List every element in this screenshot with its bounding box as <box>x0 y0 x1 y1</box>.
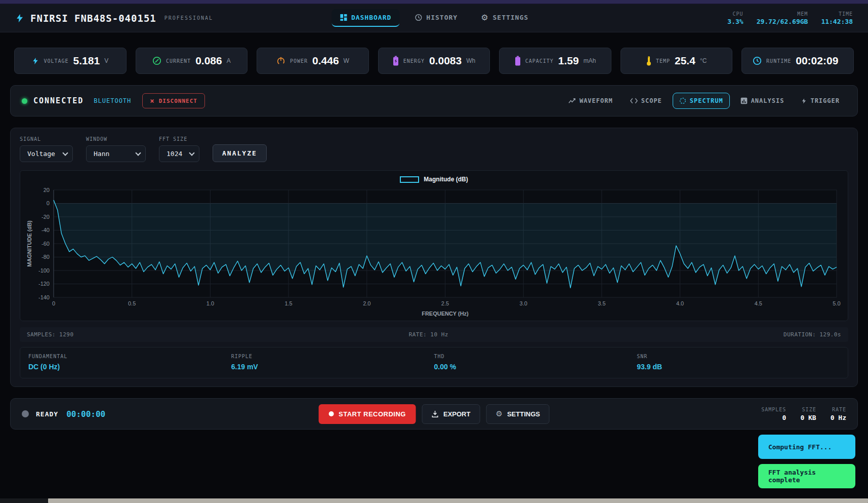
power-unit: W <box>344 57 349 64</box>
window-select[interactable]: Hann <box>86 145 146 162</box>
legend-swatch <box>400 176 419 183</box>
toast-stack: Computing FFT... FFT analysis complete <box>758 435 855 488</box>
svg-text:2.0: 2.0 <box>363 300 370 306</box>
rec-size-value: 0 KB <box>800 414 816 421</box>
bolt-icon <box>32 56 39 66</box>
capture-duration: DURATION: 129.0s <box>783 331 841 338</box>
start-recording-button[interactable]: START RECORDING <box>318 404 416 424</box>
svg-text:-100: -100 <box>38 267 50 274</box>
svg-text:-140: -140 <box>38 294 50 300</box>
spectrum-icon <box>679 97 686 104</box>
system-stats: CPU 3.3% MEM 29.72/62.69GB TIME 11:42:38 <box>727 11 853 25</box>
window-top-strip <box>0 0 868 4</box>
rec-size-label: SIZE <box>800 407 816 412</box>
toast-computing-fft[interactable]: Computing FFT... <box>758 435 855 459</box>
horizontal-scrollbar-thumb[interactable] <box>48 498 868 503</box>
svg-text:0: 0 <box>47 200 50 206</box>
thermometer-icon <box>646 56 651 66</box>
start-recording-label: START RECORDING <box>339 410 406 418</box>
runtime-card: RUNTIME 00:02:09 <box>741 48 854 74</box>
tab-trigger-label: TRIGGER <box>810 97 840 104</box>
tab-waveform[interactable]: WAVEFORM <box>562 93 619 109</box>
recorder-settings-button[interactable]: ⚙ SETTINGS <box>486 404 549 424</box>
clock-icon <box>753 56 762 65</box>
svg-text:4.5: 4.5 <box>755 300 762 306</box>
bar-chart-icon <box>740 97 748 104</box>
energy-value: 0.0083 <box>429 55 462 67</box>
cpu-value: 3.3% <box>727 18 743 25</box>
fft-size-control: FFT SIZE 1024 <box>159 136 199 162</box>
cpu-label: CPU <box>727 11 743 17</box>
svg-text:-80: -80 <box>42 254 50 260</box>
recorder-settings-label: SETTINGS <box>507 410 540 418</box>
capture-rate: RATE: 10 Hz <box>409 331 448 338</box>
energy-label: ENERGY <box>403 58 425 64</box>
svg-text:2.5: 2.5 <box>441 300 449 306</box>
tab-analysis[interactable]: ANALYSIS <box>734 93 791 109</box>
spectrum-chart: Magnitude (dB) 200-20-40-60-80-100-120-1… <box>20 170 848 321</box>
disconnect-button[interactable]: × DISCONNECT <box>142 93 205 108</box>
dashboard-grid-icon <box>340 14 347 21</box>
current-unit: A <box>227 57 231 64</box>
svg-text:3.5: 3.5 <box>598 300 605 306</box>
recorder-stats: SAMPLES 0 SIZE 0 KB RATE 0 Hz <box>761 407 846 421</box>
chart-legend[interactable]: Magnitude (dB) <box>24 176 844 183</box>
tab-analysis-label: ANALYSIS <box>751 97 784 104</box>
main-nav: DASHBOARD HISTORY ⚙ SETTINGS <box>332 4 536 32</box>
tab-scope[interactable]: SCOPE <box>624 93 669 109</box>
nav-history[interactable]: HISTORY <box>406 9 466 27</box>
recorder-timer: 00:00:00 <box>66 409 105 419</box>
voltage-card: VOLTAGE 5.181 V <box>14 48 127 74</box>
nav-settings[interactable]: ⚙ SETTINGS <box>473 9 536 27</box>
fft-size-label: FFT SIZE <box>159 136 199 142</box>
time-stat: TIME 11:42:38 <box>821 11 853 25</box>
svg-text:-40: -40 <box>42 227 50 233</box>
signal-label: SIGNAL <box>20 136 73 142</box>
ripple-metric: RIPPLE 6.19 mV <box>231 354 434 371</box>
current-icon <box>152 56 161 65</box>
mem-stat: MEM 29.72/62.69GB <box>757 11 808 25</box>
svg-text:20: 20 <box>44 187 50 193</box>
ripple-value: 6.19 mV <box>231 363 434 371</box>
connection-status: CONNECTED <box>33 96 84 105</box>
rec-rate-label: RATE <box>831 407 846 412</box>
current-value: 0.086 <box>195 55 222 67</box>
power-icon <box>276 56 285 65</box>
svg-text:3.0: 3.0 <box>520 300 527 306</box>
temp-value: 25.4 <box>675 55 695 67</box>
tab-spectrum[interactable]: SPECTRUM <box>673 93 730 109</box>
nav-settings-label: SETTINGS <box>492 14 528 21</box>
recorder-actions: START RECORDING EXPORT ⚙ SETTINGS <box>318 404 550 424</box>
time-value: 11:42:38 <box>821 18 853 25</box>
connection-transport: BLUETOOTH <box>94 97 131 104</box>
recorder-status: READY <box>36 410 58 418</box>
temp-unit: °C <box>700 57 707 64</box>
export-button[interactable]: EXPORT <box>422 404 480 424</box>
fft-controls: SIGNAL Voltage WINDOW Hann FFT SIZE 1024 <box>20 136 848 162</box>
current-card: CURRENT 0.086 A <box>136 48 248 74</box>
nav-dashboard[interactable]: DASHBOARD <box>332 9 399 27</box>
capacity-card: CAPACITY 1.59 mAh <box>499 48 611 74</box>
fft-plot: 200-20-40-60-80-100-120-14000.51.01.52.0… <box>24 184 844 320</box>
fft-size-select[interactable]: 1024 <box>159 145 199 162</box>
window-control: WINDOW Hann <box>86 136 146 162</box>
tab-trigger[interactable]: TRIGGER <box>795 93 846 109</box>
toast-fft-complete[interactable]: FFT analysis complete <box>758 464 855 488</box>
view-tabs: WAVEFORM SCOPE SPECTRUM ANALYSIS TRIGGER <box>562 93 846 109</box>
voltage-value: 5.181 <box>73 55 100 67</box>
energy-unit: Wh <box>466 57 475 64</box>
svg-text:4.0: 4.0 <box>676 300 684 306</box>
snr-label: SNR <box>637 354 840 359</box>
svg-text:FREQUENCY (Hz): FREQUENCY (Hz) <box>422 311 469 317</box>
capture-samples: SAMPLES: 1290 <box>27 331 74 338</box>
power-label: POWER <box>290 58 308 64</box>
rec-rate-stat: RATE 0 Hz <box>831 407 846 421</box>
legend-label: Magnitude (dB) <box>424 176 468 183</box>
tab-waveform-label: WAVEFORM <box>580 97 613 104</box>
rec-samples-value: 0 <box>761 414 786 421</box>
signal-select[interactable]: Voltage <box>20 145 73 162</box>
battery-bolt-icon <box>393 56 399 66</box>
snr-metric: SNR 93.9 dB <box>637 354 840 371</box>
time-label: TIME <box>821 11 853 17</box>
analyze-button[interactable]: ANALYZE <box>213 144 267 162</box>
